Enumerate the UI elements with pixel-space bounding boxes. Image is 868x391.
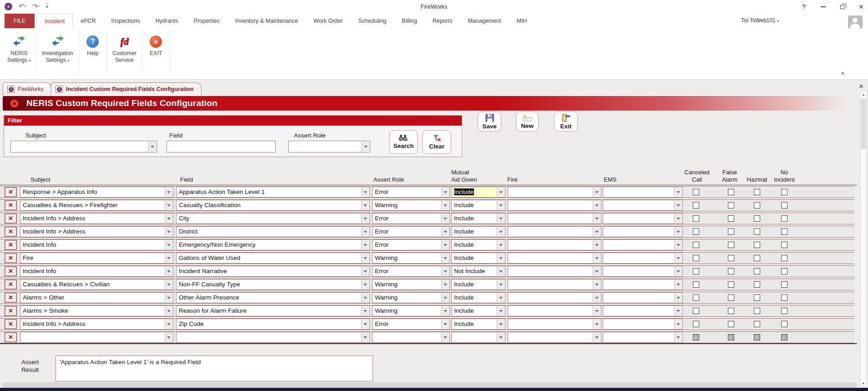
delete-row-button[interactable]: × (5, 253, 17, 263)
ribbon-tab-reports[interactable]: Reports (425, 14, 460, 28)
neris-settings-button[interactable]: NERISSettings ▾ (3, 29, 35, 76)
fire-select[interactable] (508, 292, 601, 303)
no-incident-checkbox[interactable] (781, 308, 787, 314)
scroll-down-icon[interactable]: ▼ (860, 382, 867, 385)
field-select[interactable]: Other Alarm Presence (176, 292, 370, 303)
fire-select[interactable] (508, 279, 601, 290)
fire-select[interactable] (508, 200, 601, 211)
subject-select[interactable]: Incident Info > Address (20, 226, 173, 237)
ribbon-tab-properties[interactable]: Properties (186, 14, 227, 28)
delete-row-button[interactable]: × (5, 332, 17, 342)
vertical-scrollbar[interactable]: ▲ ▼ (860, 91, 867, 387)
filter-field-input[interactable] (167, 141, 276, 152)
no-incident-checkbox[interactable] (781, 334, 787, 340)
false-alarm-checkbox[interactable] (728, 242, 734, 248)
ems-select[interactable] (603, 226, 683, 237)
assert-role-select[interactable]: Warning (372, 305, 450, 316)
assert-result-textbox[interactable]: 'Apparatus Action Taken Level 1' is a Re… (56, 355, 373, 381)
no-incident-checkbox[interactable] (781, 189, 787, 195)
no-incident-checkbox[interactable] (781, 242, 787, 248)
subject-select[interactable]: Incident Info (20, 266, 173, 277)
mutual-aid-select[interactable]: Include (451, 239, 505, 250)
subject-select[interactable]: Incident Info (20, 239, 173, 250)
no-incident-checkbox[interactable] (781, 295, 787, 301)
assert-role-select[interactable]: Error (372, 213, 450, 224)
mutual-aid-select[interactable]: Include (451, 253, 505, 264)
hazmat-checkbox[interactable] (754, 321, 760, 327)
canceled-call-checkbox[interactable] (693, 189, 699, 195)
doc-tab-fireworks[interactable]: FireWorks (3, 82, 51, 96)
mutual-aid-select[interactable]: Include (451, 319, 505, 330)
hazmat-checkbox[interactable] (754, 268, 760, 274)
mutual-aid-select[interactable]: Include (451, 226, 505, 237)
assert-role-select[interactable]: Error (372, 319, 450, 330)
hazmat-checkbox[interactable] (754, 242, 760, 248)
no-incident-checkbox[interactable] (781, 255, 787, 261)
field-select[interactable]: Apparatus Action Taken Level 1 (176, 187, 370, 198)
hazmat-checkbox[interactable] (754, 215, 760, 222)
assert-role-select[interactable]: Error (372, 239, 450, 250)
assert-role-select[interactable]: Error (372, 266, 450, 277)
filter-assert-role-select[interactable] (288, 141, 370, 152)
canceled-call-checkbox[interactable] (693, 281, 699, 288)
ems-select[interactable] (603, 213, 683, 224)
canceled-call-checkbox[interactable] (693, 295, 699, 301)
false-alarm-checkbox[interactable] (728, 281, 734, 288)
false-alarm-checkbox[interactable] (728, 321, 734, 327)
fire-select[interactable] (508, 187, 601, 198)
ribbon-tab-inspections[interactable]: Inspections (104, 14, 148, 28)
assert-role-select[interactable]: Warning (372, 279, 450, 290)
mutual-aid-select[interactable]: Include (451, 279, 505, 290)
assert-role-select[interactable] (372, 332, 450, 343)
subject-select[interactable]: Casualties & Rescues > Civilian (20, 279, 173, 290)
hazmat-checkbox[interactable] (754, 295, 760, 301)
clear-filter-button[interactable]: Clear (422, 130, 451, 154)
field-select[interactable]: Emergency/Non Emergency (176, 239, 370, 250)
canceled-call-checkbox[interactable] (693, 268, 699, 274)
collapse-ribbon-icon[interactable]: ^ (841, 71, 844, 77)
delete-row-button[interactable]: × (5, 200, 17, 210)
mutual-aid-select[interactable]: Include (451, 305, 505, 316)
delete-row-button[interactable]: × (5, 266, 17, 276)
doc-tab-incident-custom-required-fields-configuration[interactable]: Incident Custom Required Fields Configur… (51, 82, 202, 96)
ems-select[interactable] (603, 187, 683, 198)
fire-select[interactable] (508, 213, 601, 224)
fire-select[interactable] (508, 305, 601, 316)
ems-select[interactable] (603, 239, 683, 250)
ems-select[interactable] (603, 266, 683, 277)
exit-button[interactable]: Exit (554, 112, 578, 132)
canceled-call-checkbox[interactable] (693, 308, 699, 314)
field-select[interactable]: Gallons of Water Used (176, 253, 370, 264)
ems-select[interactable] (603, 253, 683, 264)
minimize-button[interactable] (819, 2, 827, 12)
fire-select[interactable] (508, 266, 601, 277)
subject-select[interactable]: Response > Apparatus Info (20, 187, 173, 198)
canceled-call-checkbox[interactable] (693, 229, 699, 235)
no-incident-checkbox[interactable] (781, 321, 787, 327)
no-incident-checkbox[interactable] (781, 268, 787, 274)
ribbon-tab-inventory-maintenance[interactable]: Inventory & Maintenance (227, 14, 306, 28)
field-select[interactable]: City (176, 213, 370, 224)
window-help-button[interactable]: ? (800, 2, 808, 12)
field-select[interactable]: Reason for Alarm Failure (176, 305, 370, 316)
mutual-aid-select[interactable]: Include (451, 292, 505, 303)
ems-select[interactable] (603, 279, 683, 290)
no-incident-checkbox[interactable] (781, 215, 787, 222)
ems-select[interactable] (603, 305, 683, 316)
field-select[interactable]: Non-FF Casualty Type (176, 279, 370, 290)
field-select[interactable]: District (176, 226, 370, 237)
ribbon-tab-epcr[interactable]: ePCR (73, 14, 103, 28)
ribbon-tab-incident[interactable]: Incident (36, 14, 73, 28)
ems-select[interactable] (603, 319, 683, 330)
ribbon-tab-mih[interactable]: MIH (509, 14, 535, 28)
subject-select[interactable]: Alarms > Other (20, 292, 173, 303)
assert-role-select[interactable]: Warning (372, 200, 450, 211)
hazmat-checkbox[interactable] (754, 229, 760, 235)
fire-select[interactable] (508, 319, 601, 330)
investigation-settings-button[interactable]: InvestigationSettings ▾ (37, 29, 77, 76)
hazmat-checkbox[interactable] (754, 308, 760, 314)
canceled-call-checkbox[interactable] (693, 242, 699, 248)
delete-row-button[interactable]: × (5, 187, 17, 197)
delete-row-button[interactable]: × (5, 306, 17, 316)
false-alarm-checkbox[interactable] (728, 229, 734, 235)
